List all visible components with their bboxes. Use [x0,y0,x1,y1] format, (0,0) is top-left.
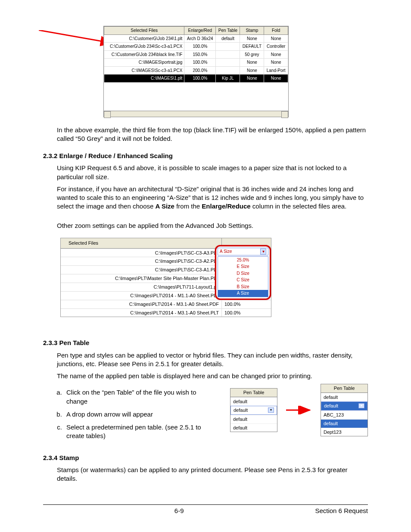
size-option[interactable]: A Size [218,290,268,297]
col-enlarge-reduce[interactable]: Enlarge/Reduce A Size ▾ 25.0%E SizeD Siz… [221,238,271,248]
pentable-row[interactable]: default [321,393,367,401]
pentable-before[interactable]: Pen Tabledefaultdefault▾defaultdefault [230,388,277,432]
hscrollbar[interactable] [104,111,288,117]
step-b: A drop down arrow will appear [64,410,213,419]
table-row[interactable]: C:\Images\PLT\2014 - M3.1-A0 Sheet.PDF10… [61,300,271,308]
pentable-row[interactable]: default▾ [321,401,367,411]
fig-selected-files-2: Selected Files Enlarge/Reduce A Size ▾ 2… [60,238,368,317]
fig-pentable: Pen Tabledefaultdefault▾defaultdefault P… [230,384,368,436]
heading-232: 2.3.2 Enlarge / Reduce / Enhanced Scalin… [43,152,368,160]
para-233a: Pen type and styles can be applied to ve… [57,351,368,369]
pentable-header[interactable]: Pen Table [321,384,367,393]
chevron-down-icon[interactable]: ▾ [268,408,274,413]
heading-234: 2.3.4 Stamp [43,454,368,462]
pentable-row[interactable]: default [321,419,367,428]
table-row[interactable]: C:\IMAGES\1.plt100.0%Kip JLNoneNone [104,75,288,83]
page-footer: 6-9 Section 6 Request [43,504,368,515]
para-234: Stamps (or watermarks) can be applied to… [57,466,368,483]
size-option[interactable]: C Size [218,277,268,283]
size-dropdown[interactable]: A Size ▾ 25.0%E SizeD SizeC SizeB SizeA … [215,245,271,300]
chevron-down-icon[interactable]: ▾ [358,403,364,408]
heading-233: 2.3.3 Pen Table [43,339,368,347]
table-row[interactable]: C:\IMAGES\Sc-c3-a1.PCX200.0%NoneLand-Por… [104,66,288,75]
para-232b: For instance, if you have an architectur… [57,185,368,211]
chevron-down-icon[interactable]: ▾ [260,249,266,255]
step-c: Select a predetermined pen table. (see 2… [64,423,213,441]
pentable-row[interactable]: default [230,423,277,432]
pentable-row[interactable]: Dept123 [321,428,367,436]
page-number: 6-9 [43,507,315,515]
col-fold[interactable]: Fold [264,27,288,35]
table-row[interactable]: C:\CustomerG\Job 234\1.pltArch D 36x24de… [104,34,288,43]
section-label: Section 6 Request [315,507,368,515]
pentable-header[interactable]: Pen Table [230,389,277,397]
size-dropdown-list[interactable]: 25.0%E SizeD SizeC SizeB SizeA Size [218,256,268,297]
para-233b: The name of the applied pen table is dis… [57,372,368,380]
table-row[interactable]: C:\CustomerG\Job 234\Sc-c3-a1.PCX100.0%D… [104,43,288,51]
selected-files-table[interactable]: Selected Files Enlarge/Red Pen Table Sta… [104,26,288,83]
svg-line-1 [39,30,112,43]
para-232c: Other zoom settings can be applied from … [57,221,368,230]
col-stamp[interactable]: Stamp [240,27,264,35]
col-selected-files[interactable]: Selected Files [104,27,184,35]
col-selected-files-2[interactable]: Selected Files [61,238,221,248]
size-dropdown-input[interactable]: A Size ▾ [218,248,268,255]
pentable-row[interactable]: default [230,397,277,406]
size-option[interactable]: B Size [218,283,268,290]
size-option[interactable]: 25.0% [218,257,268,264]
col-pen-table[interactable]: Pen Table [216,27,240,35]
para-232a: Using KIP Request 6.5 and above, it is p… [57,164,368,181]
pentable-row[interactable]: default▾ [230,406,277,415]
arrow-red-2 [286,406,312,414]
size-option[interactable]: D Size [218,270,268,277]
para-example: In the above example, the third file fro… [57,126,368,143]
table-row[interactable]: C:\Images\PLT\2014 - M3.1-A0 Sheet.PLT10… [61,308,271,317]
size-option[interactable]: E Size [218,263,268,270]
table-row[interactable]: C:\IMAGES\portrait.jpg100.0%NoneNone [104,59,288,67]
step-a: Click on the “pen Table” of the file you… [64,388,213,406]
pentable-row[interactable]: default [230,415,277,423]
pentable-after[interactable]: Pen Tabledefaultdefault▾ABC_123defaultDe… [321,384,368,436]
fig-selected-files-1: Selected Files Enlarge/Red Pen Table Sta… [103,26,368,117]
col-enlarge-red[interactable]: Enlarge/Red [184,27,216,35]
pentable-row[interactable]: ABC_123 [321,411,367,419]
table-row[interactable]: C:\CustomerG\Job 234\black line.TIF150.0… [104,50,288,59]
